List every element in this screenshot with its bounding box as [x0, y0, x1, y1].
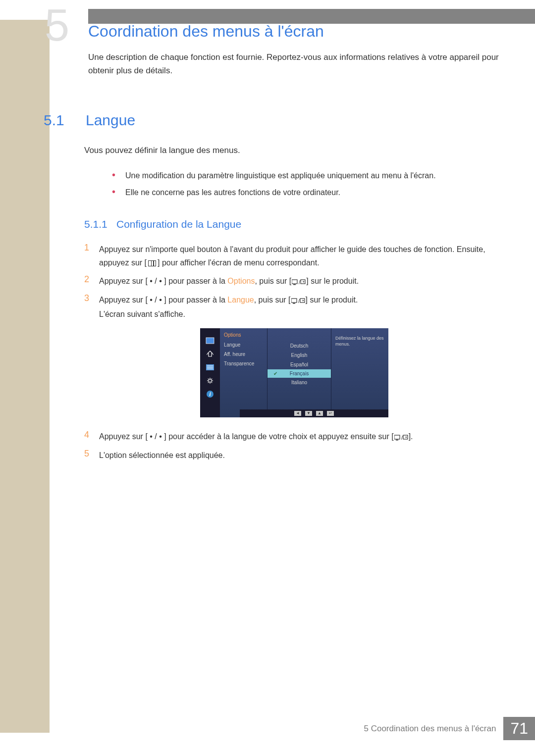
osd-menu-item: Aff. heure	[220, 350, 267, 359]
step-row: 5 L'option sélectionnée est appliquée.	[84, 449, 500, 462]
bullet-text: Elle ne concerne pas les autres fonction…	[125, 187, 340, 199]
bullet-list: • Une modification du paramètre linguist…	[112, 170, 500, 199]
osd-tab-info-icon: i	[204, 389, 216, 399]
footer-text: 5 Coordination des menus à l'écran	[364, 724, 496, 734]
bullet-dot-icon: •	[112, 187, 115, 197]
osd-language-column: Deutsch English Español ✔Français Italia…	[267, 328, 331, 417]
osd-tab-bar: i	[200, 328, 220, 417]
highlight-text: Langue	[227, 296, 254, 304]
step-number: 1	[84, 243, 99, 253]
osd-menu-header: Options	[220, 332, 267, 340]
highlight-text: Options	[227, 277, 255, 285]
nav-up-icon: ▲	[316, 411, 323, 416]
osd-tab-size-icon	[204, 349, 216, 359]
main-content: Coordination des menus à l'écran Une des…	[88, 22, 500, 467]
bullet-text: Une modification du paramètre linguistiq…	[125, 170, 436, 182]
step-list: 1 Appuyez sur n'importe quel bouton à l'…	[84, 243, 500, 321]
section-title: Langue	[86, 112, 135, 129]
step-text: Appuyez sur [ • / • ] pour accéder à la …	[99, 430, 500, 444]
step-text: Appuyez sur [ • / • ] pour passer à la O…	[99, 274, 500, 288]
footer-page-number: 71	[503, 717, 535, 740]
section-number: 5.1	[44, 112, 86, 129]
osd-tab-picture-icon	[204, 336, 216, 346]
nav-left-icon: ◄	[294, 411, 301, 416]
chapter-intro: Une description de chaque fonction est f…	[88, 50, 500, 77]
nav-enter-icon: ↵	[327, 411, 334, 416]
step-text: Appuyez sur [ • / • ] pour passer à la L…	[99, 293, 500, 321]
svg-point-13	[209, 379, 212, 382]
step-number: 2	[84, 274, 99, 285]
osd-language-option: Deutsch	[268, 341, 331, 351]
bullet-dot-icon: •	[112, 170, 115, 180]
step-text: L'option sélectionnée est appliquée.	[99, 449, 500, 462]
nav-down-icon: ▼	[305, 411, 312, 416]
osd-screenshot: i Options Langue Aff. heure Transparence…	[200, 328, 388, 417]
monitor-enter-icon: /	[394, 430, 408, 444]
osd-footer-bar: ◄ ▼ ▲ ↵	[240, 409, 388, 417]
header-bar	[88, 9, 535, 24]
osd-menu-column: Options Langue Aff. heure Transparence	[220, 328, 267, 417]
menu-icon	[148, 260, 156, 266]
page-footer: 5 Coordination des menus à l'écran 71	[364, 717, 535, 740]
osd-language-option: Español	[268, 360, 331, 369]
subsection-header: 5.1.1 Configuration de la Langue	[88, 218, 500, 230]
osd-language-option: English	[268, 351, 331, 360]
osd-tab-list-icon	[204, 362, 216, 372]
svg-rect-5	[293, 303, 295, 304]
bullet-item: • Elle ne concerne pas les autres foncti…	[112, 187, 500, 199]
subsection-title: Configuration de la Langue	[116, 218, 241, 230]
step-row: 2 Appuyez sur [ • / • ] pour passer à la…	[84, 274, 500, 288]
step-number: 4	[84, 430, 99, 440]
monitor-enter-icon: /	[292, 275, 306, 288]
osd-body: Options Langue Aff. heure Transparence D…	[220, 328, 388, 417]
chapter-title: Coordination des menus à l'écran	[88, 22, 500, 41]
left-sidebar	[0, 20, 50, 733]
osd-language-option: Italiano	[268, 378, 331, 387]
osd-help-text: Définissez la langue des menus.	[335, 336, 384, 347]
step-text: Appuyez sur n'importe quel bouton à l'av…	[99, 243, 500, 269]
step-row: 4 Appuyez sur [ • / • ] pour accéder à l…	[84, 430, 500, 444]
step-row: 1 Appuyez sur n'importe quel bouton à l'…	[84, 243, 500, 269]
osd-menu-item: Transparence	[220, 359, 267, 368]
svg-rect-17	[396, 440, 398, 441]
osd-tab-settings-icon	[204, 376, 216, 386]
svg-rect-4	[291, 299, 297, 302]
step-number: 3	[84, 293, 99, 303]
section-header: 5.1 Langue	[88, 112, 500, 129]
step-number: 5	[84, 449, 99, 459]
osd-menu-item: Langue	[220, 340, 267, 350]
step-list-continued: 4 Appuyez sur [ • / • ] pour accéder à l…	[84, 430, 500, 462]
osd-language-selected: ✔Français	[268, 369, 331, 378]
monitor-enter-icon: /	[291, 294, 305, 307]
chapter-number: 5	[45, 0, 69, 51]
check-icon: ✔	[273, 371, 277, 376]
svg-rect-8	[206, 338, 214, 344]
osd-help-column: Définissez la langue des menus.	[331, 328, 388, 417]
section-text: Vous pouvez définir la langue des menus.	[84, 144, 500, 157]
subsection-number: 5.1.1	[84, 218, 116, 230]
step-row: 3 Appuyez sur [ • / • ] pour passer à la…	[84, 293, 500, 321]
svg-rect-16	[394, 435, 400, 439]
svg-rect-1	[293, 284, 296, 285]
bullet-item: • Une modification du paramètre linguist…	[112, 170, 500, 182]
svg-rect-0	[292, 280, 297, 284]
